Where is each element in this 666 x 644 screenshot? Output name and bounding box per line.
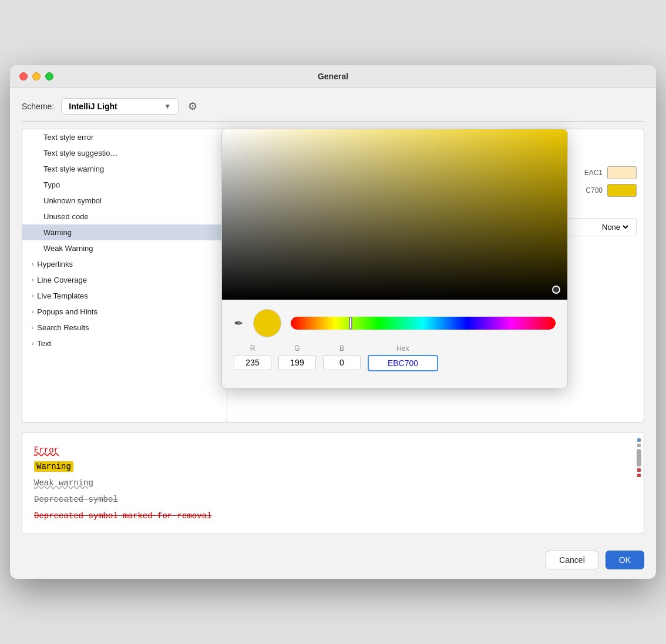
swatch-row-eac1: EAC1 xyxy=(584,166,637,179)
traffic-lights xyxy=(19,72,53,80)
list-item-search-results-label: Search Results xyxy=(37,323,89,332)
dropdown-select[interactable]: None xyxy=(600,222,630,232)
hue-slider-container[interactable] xyxy=(291,317,556,330)
swatch-row-c700: C700 xyxy=(586,184,637,197)
r-label: R xyxy=(250,344,255,353)
list-item-popups-label: Popups and Hints xyxy=(37,307,97,316)
window-title: General xyxy=(318,72,348,81)
scheme-dropdown[interactable]: IntelliJ Light ▼ xyxy=(61,98,179,115)
cancel-button[interactable]: Cancel xyxy=(546,551,598,569)
preview-weak-warning-text: Weak warning xyxy=(34,478,93,488)
list-item-weak-warning[interactable]: Weak Warning xyxy=(22,240,227,256)
scrollbar[interactable] xyxy=(637,438,641,528)
scroll-mark-1 xyxy=(637,438,641,442)
list-item-text-style-suggestion[interactable]: Text style suggestio… xyxy=(22,145,227,161)
list-item-live-templates[interactable]: › Live Templates xyxy=(22,288,227,304)
list-item-unused-code[interactable]: Unused code xyxy=(22,209,227,224)
color-swatch-eac1[interactable] xyxy=(607,166,637,179)
color-preview-circle xyxy=(253,309,281,337)
picker-handle[interactable] xyxy=(552,286,560,294)
gradient-background xyxy=(222,129,567,300)
b-label: B xyxy=(339,344,344,353)
list-item-text-style-warning[interactable]: Text style warning xyxy=(22,161,227,177)
eyedropper-button[interactable]: ✒ xyxy=(234,316,244,330)
r-field: R 235 xyxy=(234,344,271,370)
list-item-popups-and-hints[interactable]: › Popups and Hints xyxy=(22,304,227,320)
rgb-hex-row: R 235 G 199 B 0 Hex EBC700 xyxy=(222,342,567,376)
preview-deprecated-text: Deprecated symbol xyxy=(34,495,118,504)
chevron-icon: › xyxy=(32,308,33,315)
hex-field: Hex EBC700 xyxy=(368,344,438,371)
close-button[interactable] xyxy=(19,72,28,80)
main-area: Text style error Text style suggestio… T… xyxy=(22,129,644,422)
preview-deprecated-removal-text: Deprecated symbol marked for removal xyxy=(34,511,211,521)
content-area: Scheme: IntelliJ Light ▼ ⚙ Text style er… xyxy=(10,88,656,544)
scroll-mark-4 xyxy=(637,474,641,477)
ok-button[interactable]: OK xyxy=(606,551,644,569)
chevron-down-icon: ▼ xyxy=(164,102,171,110)
swatch-c700-label: C700 xyxy=(586,186,603,194)
preview-warning-line: Warning xyxy=(34,458,632,475)
list-item-search-results[interactable]: › Search Results xyxy=(22,320,227,336)
list-item-live-templates-label: Live Templates xyxy=(37,291,88,300)
scroll-mark-2 xyxy=(637,444,641,447)
hex-input[interactable]: EBC700 xyxy=(368,355,438,371)
titlebar: General xyxy=(10,65,656,88)
list-item-line-coverage[interactable]: › Line Coverage xyxy=(22,272,227,288)
preview-warning-text: Warning xyxy=(34,461,73,472)
r-input[interactable]: 235 xyxy=(234,355,271,370)
picker-controls: ✒ xyxy=(222,300,567,342)
minimize-button[interactable] xyxy=(32,72,41,80)
list-item-hyperlinks[interactable]: › Hyperlinks xyxy=(22,256,227,272)
scroll-thumb[interactable] xyxy=(637,449,641,467)
list-item-text[interactable]: › Text xyxy=(22,336,227,351)
list-item-unknown-symbol[interactable]: Unknown symbol xyxy=(22,193,227,209)
chevron-icon: › xyxy=(32,340,33,347)
preview-deprecated-removal-line: Deprecated symbol marked for removal xyxy=(34,508,632,524)
chevron-icon: › xyxy=(32,324,33,331)
g-label: G xyxy=(294,344,300,353)
preview-area: Error Warning Weak warning Deprecated sy… xyxy=(22,432,644,534)
preview-weak-warning-line: Weak warning xyxy=(34,475,632,491)
chevron-icon: › xyxy=(32,277,33,283)
hex-label: Hex xyxy=(396,344,409,353)
list-item-line-coverage-label: Line Coverage xyxy=(37,276,87,284)
scheme-row: Scheme: IntelliJ Light ▼ ⚙ xyxy=(22,98,644,122)
preview-error-text: Error xyxy=(34,445,59,455)
scheme-label: Scheme: xyxy=(22,102,54,111)
chevron-icon: › xyxy=(32,293,33,299)
chevron-icon: › xyxy=(32,261,33,267)
preview-panel: Error Warning Weak warning Deprecated sy… xyxy=(22,432,644,534)
preview-deprecated-line: Deprecated symbol xyxy=(34,491,632,508)
b-field: B 0 xyxy=(323,344,361,370)
b-input[interactable]: 0 xyxy=(323,355,361,370)
main-window: General Scheme: IntelliJ Light ▼ ⚙ Text … xyxy=(10,65,656,579)
maximize-button[interactable] xyxy=(45,72,53,80)
swatch-eac1-label: EAC1 xyxy=(584,169,603,177)
list-item-hyperlinks-label: Hyperlinks xyxy=(37,260,73,269)
g-field: G 199 xyxy=(278,344,316,370)
scroll-mark-3 xyxy=(637,468,641,472)
list-item-warning[interactable]: Warning xyxy=(22,224,227,240)
footer: Cancel OK xyxy=(10,544,656,579)
hue-thumb[interactable] xyxy=(349,317,352,330)
list-item-text-style-error[interactable]: Text style error xyxy=(22,129,227,145)
color-swatch-c700[interactable] xyxy=(607,184,637,197)
gradient-canvas[interactable] xyxy=(222,129,567,300)
list-item-typo[interactable]: Typo xyxy=(22,177,227,193)
scheme-value: IntelliJ Light xyxy=(69,102,117,111)
hue-slider xyxy=(291,317,556,330)
color-picker-popup: ✒ R 235 G 199 xyxy=(221,129,568,388)
g-input[interactable]: 199 xyxy=(278,355,316,370)
left-panel: Text style error Text style suggestio… T… xyxy=(22,129,227,422)
preview-error-line: Error xyxy=(34,442,632,458)
list-item-text-label: Text xyxy=(37,339,51,348)
gear-button[interactable]: ⚙ xyxy=(186,98,200,115)
